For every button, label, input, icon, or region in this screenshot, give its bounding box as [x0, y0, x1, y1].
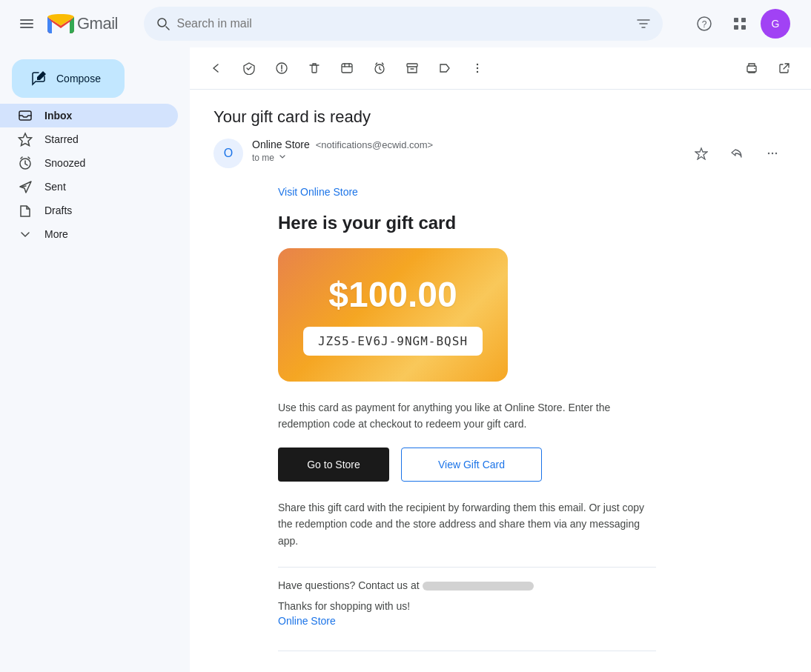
contact-blur [423, 582, 534, 591]
go-to-store-button[interactable]: Go to Store [278, 448, 389, 482]
svg-rect-9 [741, 25, 746, 30]
to-me[interactable]: to me [252, 152, 433, 163]
gift-code: JZS5-EV6J-9NGM-BQSH [303, 327, 483, 356]
email-subject: Your gift card is ready [213, 107, 787, 127]
email-body: Visit Online Store Here is your gift car… [278, 186, 723, 672]
gmail-m-icon [47, 14, 74, 33]
open-in-new-button[interactable] [769, 53, 799, 83]
svg-rect-6 [734, 18, 738, 22]
sidebar: Compose Inbox Starred [0, 47, 190, 672]
more-options-button[interactable] [463, 53, 492, 83]
star-email-button[interactable] [686, 139, 716, 168]
apps-button[interactable] [725, 9, 755, 39]
svg-point-18 [477, 64, 478, 65]
search-icon [156, 16, 171, 31]
sidebar-item-sent[interactable]: Sent [0, 175, 178, 199]
email-meta: O Online Store <notifications@ecwid.com>… [213, 139, 787, 168]
clock-icon [18, 156, 33, 170]
online-store-link[interactable]: Online Store [278, 615, 336, 627]
gift-description: Use this card as payment for anything yo… [278, 399, 656, 433]
share-text: Share this gift card with the recipient … [278, 499, 656, 549]
tune-icon[interactable] [636, 16, 651, 31]
inbox-label: Inbox [44, 110, 72, 122]
app: Gmail ? [0, 0, 811, 672]
svg-rect-15 [342, 64, 352, 73]
chevron-down-icon [18, 227, 33, 242]
svg-text:?: ? [702, 19, 707, 30]
label-button[interactable] [430, 53, 460, 83]
svg-rect-17 [407, 64, 417, 67]
svg-point-3 [158, 19, 166, 27]
sender-row: O Online Store <notifications@ecwid.com>… [213, 139, 433, 168]
starred-label: Starred [44, 133, 79, 145]
svg-rect-0 [20, 19, 33, 21]
email-toolbar [190, 47, 811, 90]
print-button[interactable] [737, 53, 767, 83]
sidebar-item-inbox[interactable]: Inbox [0, 104, 178, 127]
delete-button[interactable] [299, 53, 329, 83]
move-to-button[interactable] [332, 53, 362, 83]
svg-marker-23 [695, 148, 707, 159]
sidebar-item-more[interactable]: More [0, 222, 178, 246]
main-area: Compose Inbox Starred [0, 47, 811, 672]
compose-icon [30, 70, 47, 87]
ecwid-footer: This online store is built on Ecwid E Ec… [278, 663, 723, 672]
sender-name: Online Store <notifications@ecwid.com> [252, 139, 433, 150]
gift-amount: $100.00 [328, 274, 457, 315]
svg-point-20 [477, 71, 478, 73]
svg-rect-7 [741, 18, 746, 22]
more-label: More [44, 228, 68, 240]
gift-card: $100.00 JZS5-EV6J-9NGM-BQSH [278, 248, 508, 382]
draft-icon [18, 203, 33, 218]
sender-email-display: <notifications@ecwid.com> [316, 139, 433, 150]
thanks-text: Thanks for shopping with us! [278, 600, 723, 612]
svg-point-22 [754, 68, 755, 70]
sender-info: Online Store <notifications@ecwid.com> t… [252, 139, 433, 163]
compose-button[interactable]: Compose [12, 59, 125, 98]
svg-point-25 [772, 153, 773, 154]
meta-actions [686, 139, 787, 168]
back-button[interactable] [202, 53, 231, 83]
sidebar-item-starred[interactable]: Starred [0, 127, 178, 151]
drafts-label: Drafts [44, 204, 72, 216]
search-input[interactable] [176, 17, 630, 30]
help-button[interactable]: ? [689, 9, 719, 39]
divider-2 [278, 651, 656, 651]
gmail-logo: Gmail [47, 14, 118, 33]
menu-button[interactable] [12, 9, 42, 39]
sent-label: Sent [44, 181, 66, 193]
sender-avatar: O [213, 139, 243, 168]
svg-point-19 [477, 67, 478, 69]
svg-point-24 [768, 153, 769, 154]
divider-1 [278, 567, 656, 568]
sidebar-item-snoozed[interactable]: Snoozed [0, 151, 178, 175]
account-avatar[interactable]: G [761, 9, 790, 39]
archive-button[interactable] [397, 53, 427, 83]
search-bar[interactable] [144, 7, 663, 41]
svg-rect-1 [20, 23, 33, 24]
send-icon [18, 179, 33, 194]
top-right: ? G [689, 9, 799, 39]
svg-rect-8 [734, 25, 738, 30]
email-heading: Here is your gift card [278, 213, 723, 233]
snooze-button[interactable] [365, 53, 394, 83]
action-buttons: Go to Store View Gift Card [278, 448, 723, 482]
view-gift-card-button[interactable]: View Gift Card [401, 448, 542, 482]
report-not-spam-button[interactable] [234, 53, 264, 83]
star-icon [18, 132, 33, 147]
snoozed-label: Snoozed [44, 157, 85, 169]
svg-point-26 [775, 153, 777, 154]
email-content: Your gift card is ready O Online Store <… [190, 47, 811, 672]
reply-button[interactable] [722, 139, 752, 168]
report-spam-button[interactable] [267, 53, 297, 83]
visit-online-store-link[interactable]: Visit Online Store [278, 186, 723, 198]
contact-text: Have questions? Contact us at [278, 579, 723, 591]
email-view: Your gift card is ready O Online Store <… [190, 90, 811, 672]
inbox-icon [18, 108, 33, 123]
more-email-options[interactable] [758, 139, 787, 168]
svg-rect-2 [20, 27, 33, 28]
gmail-wordmark: Gmail [77, 14, 118, 33]
sidebar-item-drafts[interactable]: Drafts [0, 199, 178, 222]
svg-marker-12 [19, 133, 32, 146]
compose-label: Compose [56, 73, 101, 84]
